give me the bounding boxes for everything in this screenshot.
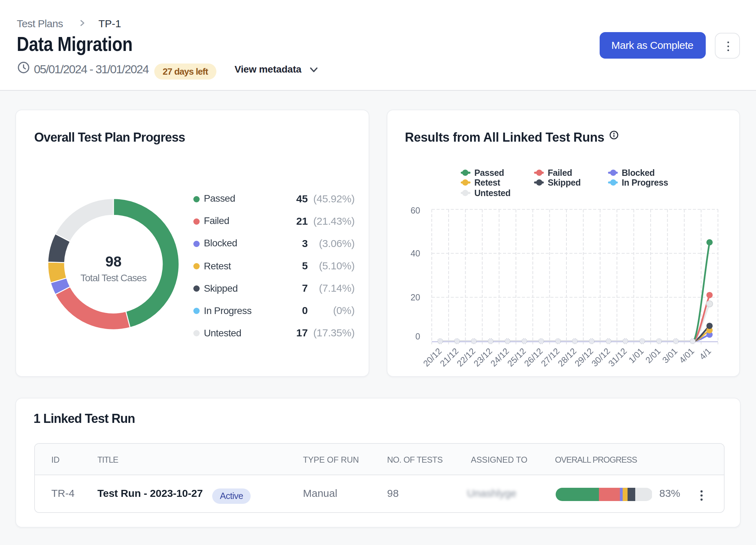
svg-text:24/12: 24/12 (489, 346, 511, 368)
svg-text:22/12: 22/12 (455, 346, 477, 368)
svg-text:30/12: 30/12 (590, 346, 612, 368)
svg-text:0: 0 (415, 331, 420, 341)
svg-text:29/12: 29/12 (573, 346, 595, 368)
svg-text:28/12: 28/12 (556, 346, 578, 368)
svg-text:1/01: 1/01 (627, 346, 645, 365)
svg-text:4/01: 4/01 (677, 346, 696, 365)
svg-text:31/12: 31/12 (606, 346, 629, 368)
svg-text:23/12: 23/12 (472, 346, 494, 368)
svg-text:60: 60 (410, 206, 420, 215)
svg-text:26/12: 26/12 (522, 346, 544, 368)
svg-text:27/12: 27/12 (539, 346, 561, 368)
svg-text:25/12: 25/12 (505, 346, 528, 368)
svg-text:21/12: 21/12 (438, 346, 460, 368)
svg-text:3/01: 3/01 (660, 346, 679, 365)
svg-text:20: 20 (410, 292, 420, 302)
svg-text:20/12: 20/12 (421, 346, 444, 368)
svg-text:2/01: 2/01 (644, 346, 662, 365)
svg-text:40: 40 (410, 248, 420, 258)
svg-text:4/1: 4/1 (697, 346, 713, 361)
